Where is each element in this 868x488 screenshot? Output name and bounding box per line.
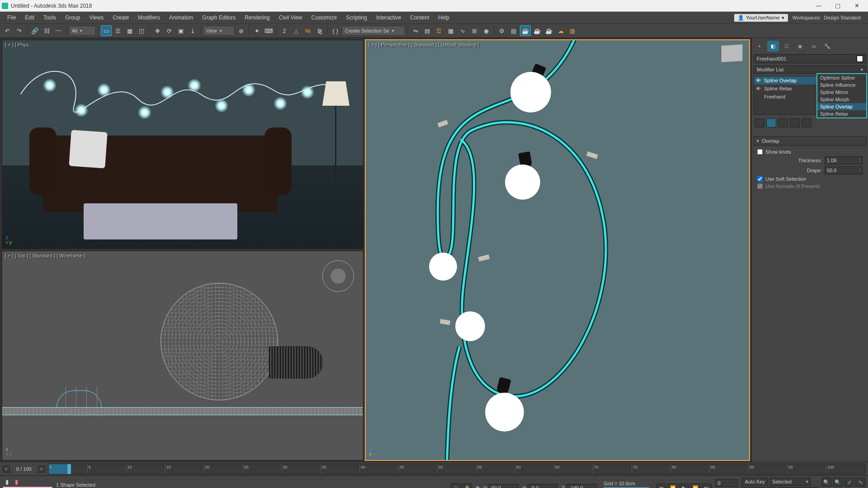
- menu-animation[interactable]: Animation: [165, 13, 198, 23]
- viewport-top[interactable]: [ + ] [ Top ] [ Standard ] [ Wireframe ]…: [2, 251, 363, 460]
- drape-spinner[interactable]: 50.0: [825, 166, 863, 174]
- tab-utilities[interactable]: 🔧: [821, 41, 833, 52]
- rectangle-selection-button[interactable]: ▦: [124, 25, 135, 36]
- coord-y[interactable]: -0.0: [528, 484, 557, 488]
- soft-selection-checkbox[interactable]: Use Soft Selection: [757, 176, 863, 182]
- select-move-button[interactable]: ✥: [152, 25, 163, 36]
- select-rotate-button[interactable]: ⟳: [164, 25, 175, 36]
- material-editor-button[interactable]: ◉: [481, 25, 491, 36]
- tab-hierarchy[interactable]: ☷: [781, 41, 793, 52]
- coord-x[interactable]: 90.0: [489, 484, 519, 488]
- play-button[interactable]: ▶: [679, 483, 689, 488]
- isolate-selection-button[interactable]: ⬚: [451, 483, 461, 488]
- goto-start-button[interactable]: ⏮: [656, 483, 666, 488]
- menu-views[interactable]: Views: [85, 13, 108, 23]
- selection-filter-dropdown[interactable]: All: [69, 26, 96, 36]
- timeline-ruler[interactable]: 0 5 10 15 20 25 30 35 40 45 50 55 60 65 …: [48, 464, 865, 474]
- zoom-extents-button[interactable]: ⤢: [844, 478, 854, 487]
- rollout-overlap-header[interactable]: Overlap: [754, 136, 866, 145]
- remove-modifier-button[interactable]: [790, 118, 800, 127]
- redo-button[interactable]: ↷: [14, 25, 24, 36]
- modopt-optimize-spline[interactable]: Optimize Spline: [817, 74, 866, 81]
- select-manipulate-button[interactable]: ✦: [251, 25, 262, 36]
- render-setup-button[interactable]: ⚙: [496, 25, 507, 36]
- menu-rendering[interactable]: Rendering: [240, 13, 274, 23]
- select-scale-button[interactable]: ▣: [175, 25, 186, 36]
- user-account[interactable]: 👤 YourUserName ▾: [734, 14, 788, 22]
- show-knots-checkbox[interactable]: Show knots: [757, 149, 863, 155]
- goto-end-button[interactable]: ⏭: [702, 483, 712, 488]
- use-pivot-center-button[interactable]: ⊕: [236, 25, 246, 36]
- menu-scripting[interactable]: Scripting: [341, 13, 372, 23]
- modopt-spline-influence[interactable]: Spline Influence: [817, 81, 866, 89]
- tab-create[interactable]: +: [754, 41, 765, 52]
- show-end-result-button[interactable]: [766, 118, 776, 127]
- viewcube[interactable]: [721, 44, 743, 62]
- timeline-next-button[interactable]: >: [38, 465, 45, 473]
- select-by-name-button[interactable]: ☰: [113, 25, 123, 36]
- menu-help[interactable]: Help: [434, 13, 454, 23]
- next-frame-button[interactable]: ⏩: [690, 483, 700, 488]
- align-button[interactable]: ▤: [422, 25, 433, 36]
- select-place-button[interactable]: ⤓: [187, 25, 198, 36]
- current-frame-field[interactable]: 0: [715, 479, 738, 487]
- auto-key-button[interactable]: Auto Key: [741, 478, 768, 486]
- menu-file[interactable]: File: [3, 13, 20, 23]
- snap-toggle-percent[interactable]: %: [302, 25, 313, 36]
- viewport-label-r[interactable]: [ + ] [ Perspective ] [ Standard ] [ Def…: [368, 42, 479, 47]
- eye-icon[interactable]: 👁: [756, 78, 761, 83]
- render-iterate-button[interactable]: ☕: [532, 25, 542, 36]
- tab-display[interactable]: ▭: [808, 41, 820, 52]
- menu-grapheditors[interactable]: Graph Editors: [198, 13, 240, 23]
- menu-content[interactable]: Content: [406, 13, 434, 23]
- menu-interactive[interactable]: Interactive: [372, 13, 406, 23]
- zoom-extents-all-button[interactable]: ⤡: [855, 478, 865, 487]
- render-activeshade-button[interactable]: ☕: [543, 25, 554, 36]
- viewport-label-bl[interactable]: [ + ] [ Top ] [ Standard ] [ Wireframe ]: [5, 253, 85, 258]
- unlink-button[interactable]: ⛓: [41, 25, 52, 36]
- curve-editor-button[interactable]: ∿: [457, 25, 468, 36]
- object-name-field[interactable]: Freehand001: [754, 54, 866, 63]
- make-unique-button[interactable]: [778, 118, 788, 127]
- link-button[interactable]: 🔗: [29, 25, 40, 36]
- viewport-perspective[interactable]: [ + ] [ Perspective ] [ Standard ] [ Def…: [365, 40, 750, 460]
- close-button[interactable]: ✕: [847, 0, 866, 11]
- keyboard-shortcut-button[interactable]: ⌨: [263, 25, 274, 36]
- menu-modifiers[interactable]: Modifiers: [133, 13, 165, 23]
- selection-lock-toggle[interactable]: 🔒: [462, 483, 472, 488]
- spinner-snap-button[interactable]: ⧎: [314, 25, 325, 36]
- tab-modify[interactable]: ◧: [767, 41, 779, 52]
- mirror-button[interactable]: ⇋: [410, 25, 421, 36]
- viewport-label-tl[interactable]: [ + ] [ Phys…: [5, 42, 33, 47]
- selected-dropdown[interactable]: Selected: [770, 478, 811, 486]
- window-crossing-button[interactable]: ◫: [136, 25, 147, 36]
- undo-button[interactable]: ↶: [2, 25, 13, 36]
- rendered-frame-button[interactable]: ▧: [508, 25, 519, 36]
- zoom-button[interactable]: 🔍: [821, 478, 831, 487]
- zoom-all-button[interactable]: 🔍: [833, 478, 843, 487]
- timeline-prev-button[interactable]: <: [3, 465, 10, 473]
- eye-icon[interactable]: 👁: [756, 86, 761, 91]
- maxscript-mini-listener-toggle[interactable]: ▮: [3, 478, 11, 486]
- menu-tools[interactable]: Tools: [39, 13, 61, 23]
- coord-z[interactable]: -180.0: [566, 484, 596, 488]
- menu-civilview[interactable]: Civil View: [274, 13, 307, 23]
- layer-explorer-button[interactable]: ☲: [434, 25, 444, 36]
- modopt-spline-overlap[interactable]: Spline Overlap: [817, 103, 866, 110]
- toggle-ribbon-button[interactable]: ▦: [445, 25, 456, 36]
- workspace-dropdown[interactable]: Design Standard: [824, 15, 861, 20]
- open-a360-button[interactable]: ▥: [567, 25, 578, 36]
- pin-stack-button[interactable]: [755, 118, 764, 127]
- modifier-list-dropdown[interactable]: Modifier List: [754, 66, 866, 74]
- named-selection-dropdown[interactable]: Create Selection Se: [342, 26, 405, 36]
- render-online-button[interactable]: ☁: [555, 25, 566, 36]
- configure-sets-button[interactable]: [802, 118, 811, 127]
- tab-motion[interactable]: ◉: [794, 41, 806, 52]
- prev-frame-button[interactable]: ⏪: [668, 483, 678, 488]
- render-production-button[interactable]: ☕: [520, 25, 531, 36]
- menu-edit[interactable]: Edit: [20, 13, 39, 23]
- object-color-swatch[interactable]: [857, 56, 863, 62]
- snap-toggle-2d[interactable]: 2: [279, 25, 290, 36]
- minimize-button[interactable]: —: [809, 0, 828, 11]
- schematic-view-button[interactable]: ⊞: [469, 25, 480, 36]
